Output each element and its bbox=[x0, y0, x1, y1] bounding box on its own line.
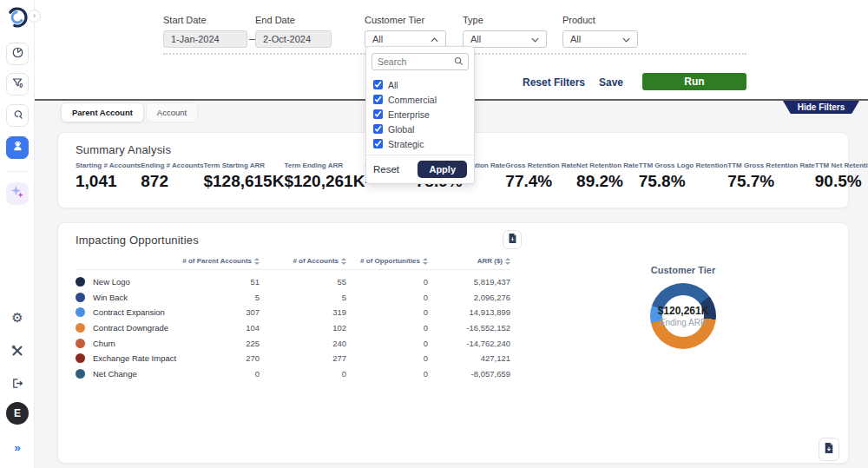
table-row: Contract Expansion 307 319 0 14,913,899 bbox=[76, 305, 510, 320]
option-checkbox[interactable] bbox=[373, 95, 383, 104]
series-color-dot bbox=[76, 307, 85, 317]
chevron-down-icon bbox=[622, 34, 630, 44]
option-label: Strategic bbox=[388, 139, 424, 149]
person-icon bbox=[11, 140, 24, 156]
row-name-cell: Churn bbox=[76, 339, 194, 348]
sidebar-item-accounts[interactable] bbox=[6, 136, 29, 159]
header-opportunities[interactable]: # of Opportunities bbox=[346, 257, 428, 265]
header-arr[interactable]: ARR ($) bbox=[428, 257, 510, 265]
avatar-initial: E bbox=[14, 407, 21, 419]
table-row: Exchange Rate Impact 270 277 0 427,121 bbox=[76, 351, 510, 366]
row-name: Win Back bbox=[93, 293, 128, 302]
dropdown-apply-button[interactable]: Apply bbox=[418, 161, 467, 178]
impacting-table: # of Parent Accounts # of Accounts # of … bbox=[76, 253, 510, 381]
option-label: All bbox=[388, 80, 398, 90]
arr-cell: 5,819,437 bbox=[428, 277, 510, 287]
run-button[interactable]: Run bbox=[642, 73, 746, 90]
sort-icon[interactable] bbox=[505, 258, 510, 265]
type-select[interactable]: All bbox=[463, 30, 547, 48]
chevron-up-icon bbox=[431, 34, 438, 44]
metric-value: $128,615K bbox=[203, 172, 284, 191]
arr-cell: 14,913,899 bbox=[428, 307, 510, 317]
svg-text:0: 0 bbox=[19, 82, 23, 89]
customer-tier-field: Customer Tier All bbox=[365, 15, 446, 48]
dropdown-reset-button[interactable]: Reset bbox=[373, 164, 399, 175]
dropdown-option[interactable]: Global bbox=[366, 122, 474, 136]
series-color-dot bbox=[76, 353, 85, 363]
option-checkbox[interactable] bbox=[373, 124, 383, 134]
donut-center-sublabel: Ending ARR bbox=[660, 318, 707, 327]
sidebar-item-ai-assistant[interactable] bbox=[6, 182, 29, 205]
parent-accounts-cell: 51 bbox=[194, 277, 260, 287]
header-accounts[interactable]: # of Accounts bbox=[260, 257, 346, 265]
customer-tier-dropdown: All Commercial Enterprise Global Strateg… bbox=[365, 46, 475, 184]
option-label: Commercial bbox=[388, 95, 437, 105]
metric-label: Starting # Accounts bbox=[76, 161, 141, 169]
accounts-cell: 5 bbox=[260, 293, 346, 302]
customer-tier-select[interactable]: All bbox=[365, 30, 446, 48]
sidebar-expand-icon[interactable]: › bbox=[28, 10, 41, 23]
sidebar-item-reports[interactable] bbox=[6, 43, 29, 65]
metric: Net Retention Rate 89.2% bbox=[576, 161, 639, 191]
option-checkbox[interactable] bbox=[373, 139, 383, 148]
table-download-button[interactable] bbox=[503, 230, 522, 249]
metric-label: Term Ending ARR bbox=[284, 161, 365, 169]
series-color-dot bbox=[76, 339, 85, 348]
dropdown-option[interactable]: All bbox=[366, 77, 474, 92]
settings-button[interactable]: ⚙ bbox=[0, 311, 35, 325]
sidebar-item-annotate[interactable] bbox=[6, 104, 29, 127]
page-download-button[interactable] bbox=[819, 438, 839, 461]
row-name: Contract Expansion bbox=[93, 307, 165, 317]
parent-accounts-cell: 270 bbox=[194, 353, 260, 363]
metric: TTM Gross Retention Rate 75.7% bbox=[727, 161, 814, 191]
metric-label: TTM Gross Logo Retention bbox=[639, 161, 728, 169]
option-label: Global bbox=[388, 124, 414, 135]
option-checkbox[interactable] bbox=[373, 109, 383, 119]
row-name: Exchange Rate Impact bbox=[93, 353, 176, 363]
dropdown-option[interactable]: Commercial bbox=[366, 92, 474, 107]
dropdown-option[interactable]: Enterprise bbox=[366, 107, 474, 122]
hide-filters-button[interactable]: Hide Filters bbox=[783, 101, 859, 114]
type-field: Type All bbox=[463, 15, 547, 48]
dropdown-option[interactable]: Strategic bbox=[366, 136, 474, 151]
row-name-cell: Win Back bbox=[76, 293, 194, 302]
impacting-title: Impacting Opportunities bbox=[58, 223, 848, 247]
tools-button[interactable] bbox=[0, 345, 35, 360]
app-logo-icon bbox=[5, 5, 30, 30]
accounts-cell: 55 bbox=[260, 277, 346, 287]
parent-accounts-cell: 307 bbox=[194, 307, 260, 317]
start-date-field: Start Date bbox=[163, 15, 247, 48]
metric: TTM Net Retention Rate 90.5% bbox=[815, 161, 868, 191]
customer-tier-value: All bbox=[372, 34, 383, 44]
reset-filters-button[interactable]: Reset Filters bbox=[523, 76, 585, 89]
tab[interactable]: Parent Account bbox=[61, 102, 144, 122]
metric: Ending # Accounts 872 bbox=[141, 161, 203, 191]
start-date-input[interactable] bbox=[163, 30, 247, 48]
option-checkbox[interactable] bbox=[373, 80, 383, 89]
header-parent-accounts[interactable]: # of Parent Accounts bbox=[194, 257, 260, 265]
arr-cell: -16,552,152 bbox=[428, 323, 510, 333]
save-button[interactable]: Save bbox=[599, 76, 623, 89]
start-date-label: Start Date bbox=[163, 15, 247, 25]
collapse-sidebar-icon[interactable]: » bbox=[0, 441, 35, 454]
metric-value: $120,261K bbox=[284, 172, 365, 191]
arr-cell: -14,762,240 bbox=[428, 339, 510, 348]
row-name-cell: Contract Expansion bbox=[76, 307, 194, 317]
metric-value: 1,041 bbox=[76, 172, 141, 191]
parent-accounts-cell: 225 bbox=[194, 339, 260, 348]
user-avatar[interactable]: E bbox=[6, 402, 29, 425]
metric-value: 89.2% bbox=[576, 172, 639, 191]
arr-cell: 427,121 bbox=[428, 353, 510, 363]
metric-label: TTM Gross Retention Rate bbox=[727, 161, 814, 169]
sidebar-item-filters[interactable]: 0 bbox=[6, 73, 29, 96]
product-select[interactable]: All bbox=[562, 30, 638, 48]
impacting-opportunities-card: Impacting Opportunities # of Parent Acco… bbox=[57, 222, 849, 464]
metric: Starting # Accounts 1,041 bbox=[76, 161, 141, 191]
row-name-cell: New Logo bbox=[76, 277, 194, 287]
dropdown-search-input[interactable] bbox=[378, 56, 454, 67]
tab[interactable]: Account bbox=[146, 102, 198, 122]
accounts-cell: 277 bbox=[260, 353, 346, 363]
logout-button[interactable] bbox=[0, 377, 35, 392]
end-date-input[interactable] bbox=[255, 30, 332, 48]
table-row: Churn 225 240 0 -14,762,240 bbox=[76, 335, 510, 351]
